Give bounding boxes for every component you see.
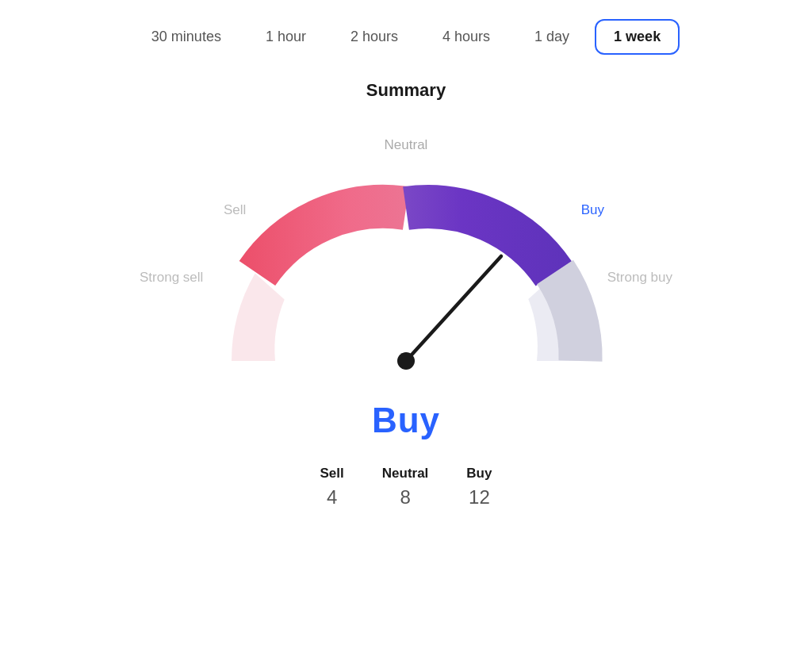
stat-sell: Sell 4 <box>320 466 344 508</box>
tab-1d[interactable]: 1 day <box>515 19 588 55</box>
tab-1h[interactable]: 1 hour <box>247 19 325 55</box>
stat-buy: Buy 12 <box>466 466 492 508</box>
svg-line-0 <box>406 256 501 361</box>
stat-buy-value: 12 <box>469 486 490 508</box>
stat-buy-label: Buy <box>466 466 492 482</box>
stats-row: Sell 4 Neutral 8 Buy 12 <box>320 466 492 508</box>
summary-title: Summary <box>366 80 446 101</box>
svg-point-1 <box>397 352 415 370</box>
gauge-container: Neutral Sell Buy Strong sell Strong buy <box>128 115 684 416</box>
tab-2h[interactable]: 2 hours <box>331 19 417 55</box>
tab-1w[interactable]: 1 week <box>595 19 680 55</box>
stat-neutral: Neutral 8 <box>382 466 429 508</box>
time-tabs: 30 minutes 1 hour 2 hours 4 hours 1 day … <box>0 0 812 67</box>
stat-sell-label: Sell <box>320 466 344 482</box>
stat-sell-value: 4 <box>327 486 337 508</box>
tab-4h[interactable]: 4 hours <box>423 19 509 55</box>
stat-neutral-label: Neutral <box>382 466 429 482</box>
stat-neutral-value: 8 <box>400 486 410 508</box>
gauge-svg <box>128 115 684 416</box>
tab-30min[interactable]: 30 minutes <box>132 19 240 55</box>
